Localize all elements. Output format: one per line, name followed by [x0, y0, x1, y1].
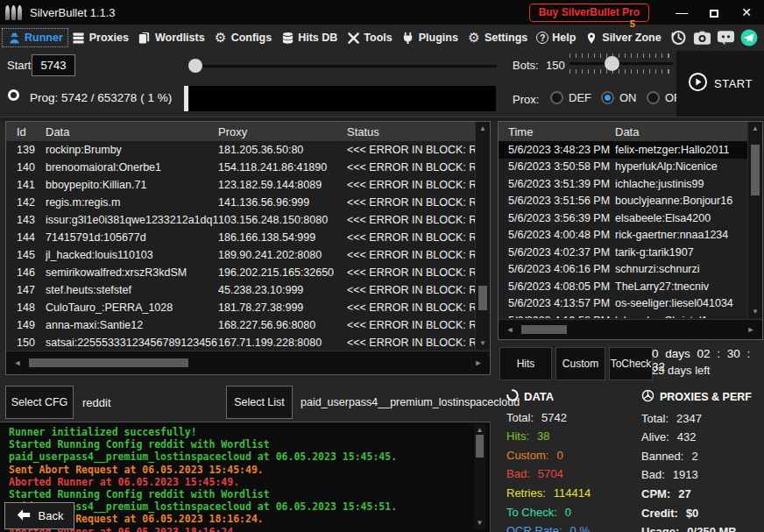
table-row[interactable]: 150satsai:2255533312345678912345675167.7…	[6, 334, 475, 350]
select-list-button[interactable]: Select List	[226, 386, 293, 419]
table-row[interactable]: 142regis.m:regis.m141.136.56.96:999<<< E…	[6, 194, 475, 211]
stat-custom: Custom:0	[506, 450, 638, 461]
maximize-icon	[710, 10, 718, 18]
col-time[interactable]: Time	[499, 125, 615, 138]
slider-thumb[interactable]	[605, 56, 619, 71]
table-row[interactable]: 5/6/2023 4:06:16 PMschnurzi:schnurzi	[499, 261, 747, 279]
scroll-down-icon[interactable]: ▼	[476, 339, 490, 347]
table-row[interactable]: 5/6/2023 3:50:58 PMhyperlukAlp:Nicenice	[499, 159, 747, 176]
scroll-down-icon[interactable]: ▼	[474, 519, 485, 527]
scroll-right-icon[interactable]: ►	[739, 325, 762, 334]
table-row[interactable]: 139rockinp:Brumby181.205.36.50:80<<< ERR…	[6, 141, 475, 159]
slider-thumb[interactable]	[188, 59, 202, 73]
table-row[interactable]: 145jl_hacked:louis110103189.90.241.202:8…	[6, 246, 475, 264]
nav-tools[interactable]: Tools	[342, 29, 396, 46]
documents-icon	[138, 31, 152, 45]
close-button[interactable]: ✕	[734, 0, 759, 25]
nav-configs[interactable]: ⚙ Configs	[209, 29, 277, 46]
nav-proxies[interactable]: Proxies	[67, 29, 133, 46]
scroll-thumb[interactable]	[521, 325, 567, 334]
table-row[interactable]: 146semirikowalfred:xrszR3kdSM196.202.215…	[6, 264, 475, 281]
cell-id: 149	[6, 319, 46, 331]
radio-label: ON	[619, 91, 637, 104]
tab-hits[interactable]: Hits	[499, 347, 552, 380]
scroll-right-icon[interactable]: ►	[467, 358, 490, 367]
nav-plugins[interactable]: Plugins	[397, 29, 463, 46]
bots-slider[interactable]	[569, 53, 673, 74]
start-position-slider[interactable]	[188, 65, 497, 67]
table-row[interactable]: 5/6/2023 4:13:57 PMos-seeliger:liesel041…	[499, 295, 747, 313]
radio-icon[interactable]	[550, 91, 563, 104]
titlebar: SilverBullet 1.1.3 Buy SilverBullet Pro …	[0, 0, 764, 25]
table-row[interactable]: 148CuloTauro_:PERRA_1028181.78.27.38:999…	[6, 299, 475, 316]
log-vertical-scrollbar[interactable]: ▲ ▼	[474, 423, 485, 529]
horizontal-scrollbar[interactable]: ◄ ►	[499, 319, 762, 339]
cell-proxy: 189.90.241.202:8080	[218, 249, 347, 261]
scroll-thumb[interactable]	[751, 145, 760, 195]
discord-icon[interactable]	[716, 28, 735, 47]
scroll-thumb[interactable]	[29, 358, 188, 367]
scroll-up-icon[interactable]: ▲	[474, 426, 485, 434]
prox-radio-def[interactable]: DEF	[550, 91, 591, 104]
maximize-button[interactable]	[702, 0, 726, 25]
scroll-down-icon[interactable]: ▼	[748, 308, 762, 316]
table-row[interactable]: 5/6/2023 4:19:58 PMlukas_lee:Christel1	[499, 312, 747, 318]
select-cfg-button[interactable]: Select CFG	[5, 386, 74, 419]
radio-selected-icon[interactable]	[601, 91, 614, 104]
table-row[interactable]: 143issur:g3l1e0i381qwe1233212a1dq1103.15…	[6, 211, 475, 229]
start-position-input[interactable]	[32, 54, 75, 76]
back-button[interactable]: Back	[4, 502, 74, 529]
radio-icon[interactable]	[647, 91, 660, 104]
scroll-thumb[interactable]	[478, 286, 487, 310]
prox-radio-on[interactable]: ON	[601, 91, 637, 104]
scroll-left-icon[interactable]: ◄	[499, 325, 521, 334]
log-line: Started Running Config reddit with Wordl…	[9, 438, 469, 450]
nav-label: Tools	[364, 32, 392, 44]
col-status[interactable]: Status	[347, 125, 490, 138]
nav-silver-zone[interactable]: 5 Silver Zone	[580, 29, 665, 46]
tab-tocheck[interactable]: ToCheck	[609, 347, 653, 380]
table-row[interactable]: 5/6/2023 3:48:23 PMfelix-metzger:Hallo20…	[499, 141, 747, 159]
camera-icon[interactable]	[692, 28, 711, 47]
nav-runner[interactable]: Runner	[3, 29, 67, 46]
cell-id: 150	[6, 337, 46, 349]
col-data[interactable]: Data	[46, 125, 218, 138]
table-row[interactable]: 149anna-maxi:Santie12168.227.56.96:8080<…	[6, 316, 475, 334]
telegram-icon[interactable]	[739, 28, 759, 47]
table-row[interactable]: 5/6/2023 3:51:39 PMichlache:justinis99	[499, 175, 747, 193]
table-row[interactable]: 5/6/2023 4:00:48 PMrick-gaertner:nnaa123…	[499, 227, 747, 245]
col-proxy[interactable]: Proxy	[218, 125, 347, 138]
col-data[interactable]: Data	[615, 125, 762, 138]
tab-custom[interactable]: Custom	[555, 347, 605, 380]
table-row[interactable]: 5/6/2023 4:02:37 PMtarik-g:tarik1907	[499, 244, 747, 261]
table-row[interactable]: 141bboypepito:Killian.71123.182.59.144:8…	[6, 176, 475, 194]
nav-settings[interactable]: ⚙ Settings	[463, 29, 532, 46]
vertical-scrollbar[interactable]: ▲ ▼	[747, 122, 762, 318]
slider-track[interactable]	[569, 62, 673, 65]
start-button[interactable]: START	[676, 51, 764, 117]
vertical-scrollbar[interactable]: ▲ ▼	[475, 122, 490, 350]
table-row[interactable]: 5/6/2023 3:51:56 PMbouclyjeanne:Bonjour1…	[499, 193, 747, 210]
scroll-thumb[interactable]	[476, 435, 484, 458]
stat-bad: Bad:5704	[506, 468, 638, 479]
nav-help[interactable]: ? Help	[532, 30, 580, 46]
col-id[interactable]: Id	[6, 125, 46, 138]
stat-total: Total:5742	[506, 412, 638, 423]
scroll-up-icon[interactable]: ▲	[476, 124, 490, 132]
scroll-up-icon[interactable]: ▲	[748, 124, 762, 132]
table-row[interactable]: 140brenoomaioral:Onerbe1154.118.241.86:4…	[6, 159, 475, 176]
nav-hitsdb[interactable]: Hits DB	[276, 29, 342, 46]
table-row[interactable]: 14471415791d:105677d186.166.138.54:999<<…	[6, 229, 475, 246]
table-row[interactable]: 5/6/2023 3:56:39 PMelsabeele:Elsa4200	[499, 209, 747, 227]
nav-label: Silver Zone	[602, 32, 661, 44]
table-row[interactable]: 147stef.heuts:stefstef45.238.23.10:999<<…	[6, 281, 475, 299]
table-row[interactable]: 5/6/2023 4:08:05 PMTheLarry27:tnecniv	[499, 278, 747, 295]
data-panel-title: DATA	[506, 389, 638, 404]
stat-hits: Hits:38	[506, 430, 638, 442]
horizontal-scrollbar[interactable]: ◄ ►	[6, 351, 490, 374]
cell-status: <<< ERROR IN BLOCK: R	[347, 179, 475, 191]
nav-wordlists[interactable]: Wordlists	[133, 29, 209, 46]
history-clock-icon[interactable]	[668, 28, 688, 47]
minimize-button[interactable]: —	[669, 0, 694, 25]
scroll-left-icon[interactable]: ◄	[6, 358, 29, 367]
